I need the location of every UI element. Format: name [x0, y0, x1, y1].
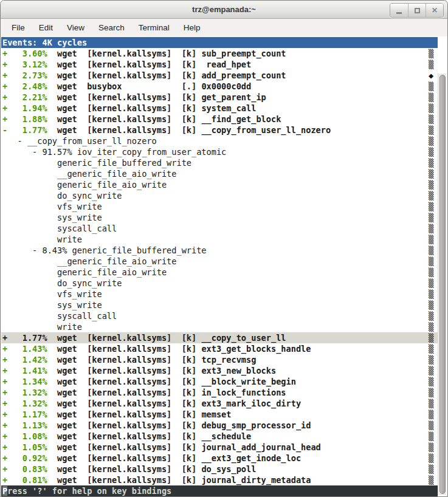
perf-callchain-row[interactable]: generic_file_buffered_write▒ — [1, 157, 438, 168]
row-percent: + 1.08% — [2, 431, 47, 441]
perf-callchain-row[interactable]: sys_write▒ — [1, 212, 438, 223]
menubar: File Edit View Search Terminal Help — [1, 19, 447, 36]
tui-scrollbar-checker-icon: ▒ — [428, 92, 434, 103]
tui-scrollbar-checker-icon: ▒ — [428, 278, 434, 289]
tui-scrollbar-checker-icon: ▒ — [428, 135, 434, 146]
perf-row[interactable]: + 1.34% wget [kernel.kallsyms] [k] __blo… — [1, 376, 438, 387]
row-symbol: wget [kernel.kallsyms] [k] ext3_mark_ilo… — [47, 399, 301, 408]
perf-row[interactable]: + 1.94% wget [kernel.kallsyms] [k] syste… — [1, 103, 438, 114]
perf-row[interactable]: + 0.83% wget [kernel.kallsyms] [k] do_sy… — [1, 464, 438, 475]
perf-row[interactable]: + 1.17% wget [kernel.kallsyms] [k] memse… — [1, 409, 438, 420]
perf-callchain-row[interactable]: do_sync_write▒ — [1, 190, 438, 201]
perf-callchain-row[interactable]: sys_write▒ — [1, 300, 438, 310]
row-symbol: wget [kernel.kallsyms] [k] memset — [47, 410, 232, 419]
minimize-icon — [396, 12, 402, 14]
perf-callchain-row[interactable]: __generic_file_aio_write▒ — [1, 168, 438, 179]
tui-scrollbar-checker-icon: ▒ — [428, 267, 434, 278]
tui-scrollbar-checker-icon: ▒ — [428, 190, 434, 201]
menu-edit[interactable]: Edit — [34, 21, 58, 35]
perf-row[interactable]: + 3.12% wget [kernel.kallsyms] [k] read_… — [1, 59, 438, 70]
row-percent: + 2.48% — [2, 81, 47, 91]
tui-scrollbar-checker-icon: ▒ — [428, 321, 434, 332]
tui-scrollbar-checker-icon: ▒ — [428, 475, 434, 485]
callchain-text: __generic_file_aio_write — [2, 169, 176, 179]
perf-callchain-row[interactable]: __generic_file_aio_write▒ — [1, 256, 438, 267]
perf-row[interactable]: + 1.88% wget [kernel.kallsyms] [k] __fin… — [1, 114, 438, 125]
perf-callchain-row[interactable]: generic_file_aio_write▒ — [1, 267, 438, 278]
row-symbol: wget busybox [.] 0x0000c0dd — [47, 81, 252, 91]
tui-scrollbar-checker-icon: ▒ — [428, 310, 434, 321]
minimize-button[interactable] — [390, 4, 408, 17]
perf-callchain-row[interactable]: generic_file_aio_write▒ — [1, 179, 438, 190]
callchain-text: do_sync_write — [2, 278, 122, 288]
tui-scrollbar-checker-icon: ▒ — [428, 212, 434, 223]
menu-view[interactable]: View — [62, 21, 89, 35]
row-symbol: wget [kernel.kallsyms] [k] add_preempt_c… — [47, 70, 286, 80]
perf-row[interactable]: + 1.05% wget [kernel.kallsyms] [k] journ… — [1, 442, 438, 453]
menu-help[interactable]: Help — [179, 21, 205, 35]
row-percent: + 0.81% — [2, 475, 47, 485]
statusbar-text: ress '?' for help on key bindings — [7, 486, 171, 496]
perf-row[interactable]: + 1.42% wget [kernel.kallsyms] [k] tcp_r… — [1, 354, 438, 365]
row-percent: + 1.13% — [2, 420, 47, 430]
perf-row[interactable]: + 2.73% wget [kernel.kallsyms] [k] add_p… — [1, 70, 438, 81]
tui-scrollbar-checker-icon: ▒ — [428, 103, 434, 114]
perf-row[interactable]: + 1.13% wget [kernel.kallsyms] [k] debug… — [1, 420, 438, 431]
row-percent: + 1.17% — [2, 410, 47, 419]
row-percent: + 0.83% — [2, 464, 47, 474]
row-symbol: wget [kernel.kallsyms] [k] journal_dirty… — [47, 475, 311, 485]
tui-scrollbar-checker-icon: ▒ — [428, 48, 434, 59]
menu-terminal[interactable]: Terminal — [134, 21, 174, 35]
perf-callchain-row[interactable]: - 8.43% generic_file_buffered_write▒ — [1, 245, 438, 256]
perf-row[interactable]: + 1.43% wget [kernel.kallsyms] [k] ext3_… — [1, 343, 438, 354]
terminal-cursor: P — [2, 486, 7, 496]
tui-scrollbar-checker-icon: ▒ — [428, 168, 434, 179]
perf-rows: + 3.60% wget [kernel.kallsyms] [k] sub_p… — [1, 48, 438, 485]
perf-row[interactable]: + 3.60% wget [kernel.kallsyms] [k] sub_p… — [1, 48, 438, 59]
perf-callchain-row[interactable]: write▒ — [1, 321, 438, 332]
maximize-button[interactable] — [408, 4, 426, 17]
tui-scrollbar-checker-icon: ▒ — [428, 146, 434, 157]
row-symbol: wget [kernel.kallsyms] [k] __copy_to_use… — [47, 333, 286, 343]
menu-file[interactable]: File — [7, 21, 30, 35]
perf-row[interactable]: + 0.81% wget [kernel.kallsyms] [k] journ… — [1, 475, 438, 485]
perf-row[interactable]: + 1.41% wget [kernel.kallsyms] [k] ext3_… — [1, 365, 438, 376]
titlebar[interactable]: trz@empanada:~ ✕ — [1, 1, 447, 19]
callchain-text: do_sync_write — [2, 191, 122, 201]
tui-scrollbar-checker-icon: ▒ — [428, 420, 434, 431]
perf-row[interactable]: + 2.48% wget busybox [.] 0x0000c0dd▒ — [1, 81, 438, 92]
perf-row[interactable]: + 1.32% wget [kernel.kallsyms] [k] ext3_… — [1, 398, 438, 409]
maximize-icon — [415, 8, 420, 13]
perf-row[interactable]: + 2.21% wget [kernel.kallsyms] [k] get_p… — [1, 92, 438, 103]
gtk-scrollbar-thumb[interactable] — [439, 75, 446, 494]
perf-row[interactable]: - 1.77% wget [kernel.kallsyms] [k] __cop… — [1, 125, 438, 135]
perf-callchain-row[interactable]: vfs_write▒ — [1, 289, 438, 300]
callchain-text: vfs_write — [2, 289, 102, 299]
perf-callchain-row[interactable]: write▒ — [1, 234, 438, 245]
row-percent: + 1.41% — [2, 366, 47, 375]
tui-scrollbar-checker-icon: ▒ — [428, 365, 434, 376]
perf-tui: Events: 4K cycles + 3.60% wget [kernel.k… — [1, 37, 438, 496]
callchain-text: __generic_file_aio_write — [2, 256, 176, 266]
tui-scrollbar-checker-icon: ▒ — [428, 453, 434, 464]
perf-row[interactable]: + 1.32% wget [kernel.kallsyms] [k] in_lo… — [1, 387, 438, 398]
close-icon: ✕ — [432, 7, 438, 14]
perf-events-header: Events: 4K cycles — [1, 37, 438, 48]
row-symbol: wget [kernel.kallsyms] [k] __find_get_bl… — [47, 114, 281, 124]
perf-row[interactable]: + 1.08% wget [kernel.kallsyms] [k] __sch… — [1, 431, 438, 442]
menu-search[interactable]: Search — [94, 21, 129, 35]
gtk-scrollbar[interactable] — [438, 74, 446, 495]
perf-callchain-row[interactable]: vfs_write▒ — [1, 201, 438, 212]
perf-callchain-row[interactable]: - 91.57% iov_iter_copy_from_user_atomic▒ — [1, 146, 438, 157]
perf-callchain-row[interactable]: do_sync_write▒ — [1, 278, 438, 289]
perf-row[interactable]: + 1.77% wget [kernel.kallsyms] [k] __cop… — [1, 332, 438, 343]
terminal-screen[interactable]: Events: 4K cycles + 3.60% wget [kernel.k… — [1, 37, 447, 496]
tui-scrollbar-checker-icon: ▒ — [428, 125, 434, 135]
terminal-window: trz@empanada:~ ✕ File Edit View Search T… — [0, 0, 448, 497]
perf-callchain-row[interactable]: syscall_call▒ — [1, 223, 438, 234]
close-button[interactable]: ✕ — [426, 4, 443, 17]
perf-callchain-row[interactable]: - __copy_from_user_ll_nozero▒ — [1, 135, 438, 146]
perf-row[interactable]: + 0.92% wget [kernel.kallsyms] [k] __ext… — [1, 453, 438, 464]
perf-callchain-row[interactable]: syscall_call▒ — [1, 310, 438, 321]
row-percent: + 1.32% — [2, 388, 47, 397]
